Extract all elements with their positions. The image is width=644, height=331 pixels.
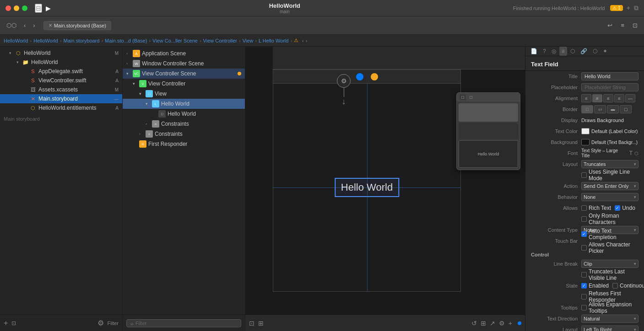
scene-item-window-controller[interactable]: › W Window Controller Scene bbox=[123, 59, 245, 69]
minimize-button[interactable] bbox=[14, 5, 19, 11]
sidebar-item-entitlements[interactable]: ⬡ HelloWorld.entitlements A bbox=[0, 103, 122, 112]
placeholder-field-container[interactable]: Placeholder String bbox=[581, 83, 639, 91]
border-rounded-btn[interactable]: ▢ bbox=[620, 105, 632, 113]
text-color-control[interactable]: Default (Label Color) bbox=[581, 128, 639, 134]
nav-back-btn[interactable]: ‹ bbox=[21, 20, 28, 31]
align-justify-btn[interactable]: ≡ bbox=[614, 94, 624, 102]
sidebar-toggle-button[interactable]: ⊟ bbox=[35, 4, 42, 13]
layout-select[interactable]: Truncates ▾ bbox=[581, 160, 639, 168]
breadcrumb-warning-icon[interactable]: ⚠ bbox=[294, 37, 298, 43]
border-line-btn[interactable]: ▭ bbox=[594, 105, 606, 113]
breadcrumb-item[interactable]: HelloWorld bbox=[33, 38, 58, 43]
layout2-select[interactable]: Left To Right ▾ bbox=[581, 326, 639, 331]
canvas-scale-btn[interactable]: ↗ bbox=[490, 320, 495, 327]
line-break-select[interactable]: Clip ▾ bbox=[581, 260, 639, 268]
scene-item-vc[interactable]: ▾ V View Controller bbox=[123, 79, 245, 89]
canvas-add-device[interactable]: ⊞ bbox=[481, 320, 486, 327]
tab-close-icon[interactable]: ✕ bbox=[49, 23, 52, 28]
scene-item-first-responder[interactable]: R First Responder bbox=[123, 139, 245, 149]
scene-item-hello-world-child[interactable]: □ Hello World bbox=[123, 109, 245, 119]
maximize-button[interactable] bbox=[22, 5, 27, 11]
preview-tab-1[interactable]: □ bbox=[460, 94, 466, 100]
placeholder-input[interactable]: Placeholder String bbox=[581, 83, 639, 91]
background-swatch[interactable] bbox=[581, 139, 590, 145]
text-color-swatch[interactable] bbox=[581, 128, 590, 134]
background-control[interactable]: Default (Text Backgr...) bbox=[581, 139, 639, 145]
breadcrumb-item[interactable]: View Controller bbox=[203, 38, 237, 43]
sidebar-item-viewcontroller[interactable]: S ViewController.swift A bbox=[0, 76, 122, 85]
action-select[interactable]: Send On Enter Only ▾ bbox=[581, 182, 639, 190]
breadcrumb-item[interactable]: Main.storyboard bbox=[64, 38, 100, 43]
align-natural-btn[interactable]: — bbox=[625, 94, 635, 102]
scene-item-constraints-1[interactable]: › = Constraints bbox=[123, 119, 245, 129]
run-button[interactable]: ▶ bbox=[46, 5, 51, 12]
undo-cb[interactable]: ✓ bbox=[615, 205, 620, 211]
canvas-content[interactable]: ⚙ ↓ bbox=[245, 47, 525, 315]
add-file-btn[interactable]: + bbox=[4, 319, 8, 327]
canvas-zoom-in[interactable]: + bbox=[509, 320, 512, 327]
breadcrumb-item[interactable]: View bbox=[243, 38, 254, 43]
border-bezel-btn[interactable]: ▬ bbox=[607, 105, 619, 113]
window-controls-icon[interactable]: ⧉ bbox=[634, 4, 639, 12]
border-none-btn[interactable]: □ bbox=[581, 105, 593, 113]
canvas-embed-btn[interactable]: ⊞ bbox=[258, 320, 264, 327]
inspector-effects-btn[interactable]: ✦ bbox=[601, 47, 610, 56]
hello-world-canvas-element[interactable]: Hello World bbox=[335, 178, 399, 197]
single-line-checkbox[interactable] bbox=[581, 172, 587, 178]
breadcrumb-item[interactable]: Main.sto...d (Base) bbox=[105, 38, 147, 43]
scene-item-vc-scene[interactable]: ▾ VC View Controller Scene bbox=[123, 69, 245, 79]
breadcrumb-nav-fwd[interactable]: › bbox=[306, 38, 308, 43]
sidebar-item-appdelegate[interactable]: S AppDelegate.swift A bbox=[0, 67, 122, 76]
inspector-connect-btn[interactable]: 🔗 bbox=[578, 47, 590, 56]
only-roman-cb[interactable] bbox=[581, 216, 587, 222]
text-direction-select[interactable]: Natural ▾ bbox=[581, 315, 639, 323]
inspector-size-btn[interactable]: ⬡ bbox=[568, 47, 577, 56]
truncates-last-cb[interactable] bbox=[581, 272, 587, 278]
scene-item-application[interactable]: › A Application Scene bbox=[123, 48, 245, 59]
refresh-btn[interactable]: ↩ bbox=[605, 20, 615, 31]
scene-item-hello-world[interactable]: ▾ L Hello World bbox=[123, 99, 245, 109]
breadcrumb-nav-back[interactable]: ‹ bbox=[302, 38, 304, 43]
behavior-select[interactable]: None ▾ bbox=[581, 193, 639, 201]
toolbar-icons-btn[interactable]: ⬡⬡ bbox=[4, 20, 19, 31]
align-left-btn[interactable]: ≡ bbox=[581, 94, 591, 102]
grid-btn[interactable]: ⊡ bbox=[630, 20, 640, 31]
inspector-attr-btn[interactable]: ≡ bbox=[559, 47, 567, 56]
filter-list-btn[interactable]: ⊡ bbox=[11, 320, 16, 326]
font-control[interactable]: Text Style – Large Title T ⬡ bbox=[581, 148, 639, 158]
inspector-identity-btn[interactable]: ◎ bbox=[549, 47, 558, 56]
inspector-help-btn[interactable]: ? bbox=[541, 47, 548, 56]
align-right-btn[interactable]: ≡ bbox=[603, 94, 613, 102]
sidebar-item-project[interactable]: ▾ ⬡ HelloWorld M bbox=[0, 48, 122, 58]
font-size-btn[interactable]: ⬡ bbox=[634, 151, 639, 156]
auto-text-cb[interactable]: ✓ bbox=[581, 231, 587, 237]
sidebar-item-storyboard[interactable]: ✕ Main.storyboard — bbox=[0, 94, 122, 103]
main-storyboard-tab[interactable]: ✕ Main.storyboard (Base) bbox=[43, 21, 111, 30]
plus-icon[interactable]: + bbox=[627, 4, 630, 12]
scene-item-constraints-2[interactable]: › = Constraints bbox=[123, 129, 245, 139]
canvas-refresh-btn[interactable]: ↺ bbox=[471, 320, 477, 327]
inspector-file-btn[interactable]: 📄 bbox=[528, 47, 540, 56]
title-input[interactable]: Hello World bbox=[581, 72, 639, 80]
enabled-cb[interactable]: ✓ bbox=[581, 283, 587, 288]
refuses-cb[interactable] bbox=[581, 294, 587, 299]
breadcrumb-item[interactable]: HelloWorld bbox=[4, 38, 28, 43]
canvas-settings-btn[interactable]: ⚙ bbox=[499, 320, 505, 327]
title-field-container[interactable]: Hello World bbox=[581, 72, 639, 80]
scene-filter-box[interactable]: ⌕ Filter bbox=[126, 319, 241, 327]
canvas-view-toggle[interactable]: ⊡ bbox=[249, 320, 254, 327]
breadcrumb-item[interactable]: View Co...ller Scene bbox=[152, 38, 198, 43]
breadcrumb-item[interactable]: L Hello World bbox=[259, 38, 288, 43]
sidebar-settings-btn[interactable]: ⚙ bbox=[97, 319, 104, 327]
font-picker-btn[interactable]: T bbox=[629, 150, 633, 156]
inspector-bindings-btn[interactable]: ⬡ bbox=[590, 47, 600, 56]
warning-badge[interactable]: ⚠ 1 bbox=[610, 5, 622, 11]
list-btn[interactable]: ≡ bbox=[618, 20, 627, 31]
sidebar-item-assets[interactable]: 🖼 Assets.xcassets M bbox=[0, 85, 122, 94]
close-button[interactable] bbox=[5, 5, 11, 11]
align-center-btn[interactable]: ≡ bbox=[592, 94, 602, 102]
tooltips-cb[interactable] bbox=[581, 305, 587, 310]
vc-canvas-box[interactable]: Hello World bbox=[273, 69, 461, 292]
preview-tab-2[interactable]: □ bbox=[468, 94, 474, 100]
scene-item-view[interactable]: ▾ □ View bbox=[123, 89, 245, 99]
